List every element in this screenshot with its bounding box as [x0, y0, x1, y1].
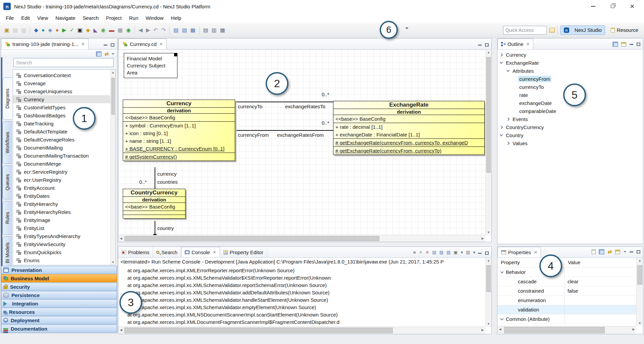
vertical-tab[interactable]: Rules: [2, 201, 12, 235]
outline-tree-row[interactable]: Values: [498, 139, 642, 147]
chart-button[interactable]: ▦: [116, 25, 124, 35]
diagram-canvas[interactable]: Financial ModelCurrency SubjectArea curr…: [118, 50, 485, 235]
menu-item[interactable]: Window: [142, 14, 167, 22]
group-chevron-icon[interactable]: [500, 270, 504, 273]
section-button[interactable]: Presentation: [1, 266, 117, 274]
scrollbar-thumb[interactable]: [637, 265, 642, 285]
class-countrycurrency[interactable]: CountryCurrency derivation <<base>> Base…: [123, 189, 185, 219]
operation-row[interactable]: # getExchangeRate(currencyFrom, currency…: [333, 147, 484, 155]
remove-all-icon[interactable]: ✕: [426, 250, 429, 255]
console-vertical-scrollbar[interactable]: ▲ ▼: [485, 258, 491, 327]
tree-chevron-icon[interactable]: [506, 141, 510, 145]
scrollbar-thumb[interactable]: [486, 57, 491, 173]
maximize-view-icon[interactable]: [637, 43, 640, 46]
association-country[interactable]: [155, 221, 155, 235]
editor-tab-currency-cd[interactable]: Currency.cd ✕: [118, 39, 167, 49]
search-input[interactable]: [13, 58, 114, 67]
quick-access-input[interactable]: [503, 26, 547, 35]
toolbar-separator[interactable]: [169, 26, 170, 34]
terminate-icon[interactable]: ■: [413, 250, 416, 255]
perspective-nexj-studio[interactable]: nNexJ Studio: [560, 25, 605, 35]
user-button[interactable]: ●: [54, 25, 60, 35]
operation-row[interactable]: # getSystemCurrency(): [123, 153, 235, 161]
undo-button[interactable]: ↶: [152, 25, 159, 35]
tree-item[interactable]: EntityHierarchy: [13, 200, 115, 208]
section-button[interactable]: Business Model: [1, 274, 117, 282]
menu-item[interactable]: Search: [79, 14, 102, 22]
editor-vertical-scrollbar[interactable]: ▲ ▼: [485, 50, 491, 235]
tree-chevron-icon[interactable]: [500, 125, 503, 129]
restore-defaults-icon[interactable]: [615, 250, 620, 254]
tab-outline[interactable]: Outline ✕: [497, 39, 533, 49]
outline-tree-row[interactable]: CountryCurrency: [498, 123, 642, 131]
menu-item[interactable]: Project: [102, 14, 125, 22]
close-icon[interactable]: ✕: [534, 250, 537, 255]
tree-item[interactable]: Enums: [13, 256, 115, 264]
outline-tree-row[interactable]: ExchangeRate: [498, 59, 642, 67]
group-chevron-icon[interactable]: [500, 317, 504, 320]
tab-property-editor[interactable]: Property Editor: [220, 247, 267, 257]
link-editor-button[interactable]: ▧: [172, 25, 180, 35]
publish-button[interactable]: ●: [40, 25, 46, 35]
minimize-view-icon[interactable]: [104, 45, 107, 46]
property-row[interactable]: validation: [497, 305, 636, 314]
outline-tree-row[interactable]: Country: [498, 131, 642, 139]
diagram-note[interactable]: Financial ModelCurrency SubjectArea: [124, 53, 177, 78]
tree-item[interactable]: CustomFieldTypes: [13, 103, 115, 111]
run-button[interactable]: ▶: [61, 25, 67, 35]
section-button[interactable]: Security: [1, 283, 117, 291]
collapse-all-button[interactable]: ▨: [180, 25, 188, 35]
save-all-button[interactable]: ▥: [20, 25, 28, 35]
tree-item[interactable]: DefaultCoverageRoles: [13, 135, 115, 144]
scheme-button[interactable]: ◉: [100, 25, 107, 35]
menu-item[interactable]: Run: [125, 14, 142, 22]
view-menu-icon[interactable]: [624, 251, 626, 254]
console-output[interactable]: at org.apache.xerces.impl.XMLErrorReport…: [120, 267, 485, 327]
tree-item[interactable]: EntityHierarchyRoles: [13, 208, 115, 216]
tree-item[interactable]: EntityDates: [13, 192, 115, 200]
minimize-view-icon[interactable]: [478, 45, 482, 46]
window-minimize-icon[interactable]: [591, 6, 595, 7]
scrollbar-thumb[interactable]: [111, 78, 115, 115]
toolbar-separator[interactable]: [30, 26, 30, 34]
tree-item[interactable]: EntityViewSecurity: [13, 240, 115, 248]
layout-tools-button[interactable]: ▥: [210, 25, 218, 35]
window-restore-icon[interactable]: [611, 5, 614, 8]
vertical-tab[interactable]: Workflows: [2, 121, 12, 164]
outline-tree-row[interactable]: Events: [498, 115, 642, 123]
properties-vertical-scrollbar[interactable]: ▲ ▼: [636, 258, 643, 326]
console-horizontal-scrollbar[interactable]: ◀ ▶: [118, 327, 485, 334]
open-console-dd-icon[interactable]: ▾: [473, 250, 475, 255]
class-currency[interactable]: Currency derivation <<base>> BaseConfig …: [123, 100, 235, 161]
toolbar-separator[interactable]: [199, 26, 200, 34]
table-view-icon[interactable]: [621, 42, 626, 47]
tree-item[interactable]: EnumQuickpicks: [13, 248, 115, 256]
section-button[interactable]: Persistence: [1, 291, 117, 299]
tree-chevron-icon[interactable]: [500, 53, 503, 56]
tree-chevron-icon[interactable]: [500, 133, 503, 136]
vertical-tab[interactable]: Diagrams: [2, 77, 12, 120]
scroll-lock-icon[interactable]: ▧: [439, 250, 443, 255]
redo-button[interactable]: ↷: [160, 25, 167, 35]
attribute-row[interactable]: + icon : string [0..1]: [123, 129, 235, 137]
menu-item[interactable]: Edit: [17, 14, 34, 22]
model-upgrade-button[interactable]: ◆: [33, 25, 39, 35]
tree-item[interactable]: Coverage: [13, 79, 115, 87]
minimize-view-icon[interactable]: [630, 251, 633, 252]
tree-item[interactable]: DocumentMailing: [13, 144, 115, 152]
association-countries[interactable]: [155, 167, 155, 189]
tab-properties[interactable]: Properties ✕: [497, 247, 541, 257]
validate-button[interactable]: ✓: [68, 25, 75, 35]
class-exchangerate[interactable]: ExchangeRate derivation <<base>> BaseCon…: [333, 101, 485, 155]
attribute-row[interactable]: + BASE_CURRENCY : CurrencyEnum [0..1]: [123, 145, 235, 153]
forward-button[interactable]: ▶: [145, 25, 151, 35]
tree-item[interactable]: DocumentMailingTransaction: [13, 152, 115, 160]
property-row[interactable]: Behavior: [497, 268, 636, 277]
scrollbar-thumb[interactable]: [486, 265, 491, 292]
section-button[interactable]: Integration: [1, 299, 117, 307]
scroll-down-icon[interactable]: ▼: [111, 260, 115, 265]
tree-item[interactable]: Currency: [13, 95, 115, 103]
scrollbar-thumb[interactable]: [124, 328, 393, 333]
toolbar-separator[interactable]: [135, 26, 135, 34]
tree-chevron-icon[interactable]: [500, 61, 503, 64]
